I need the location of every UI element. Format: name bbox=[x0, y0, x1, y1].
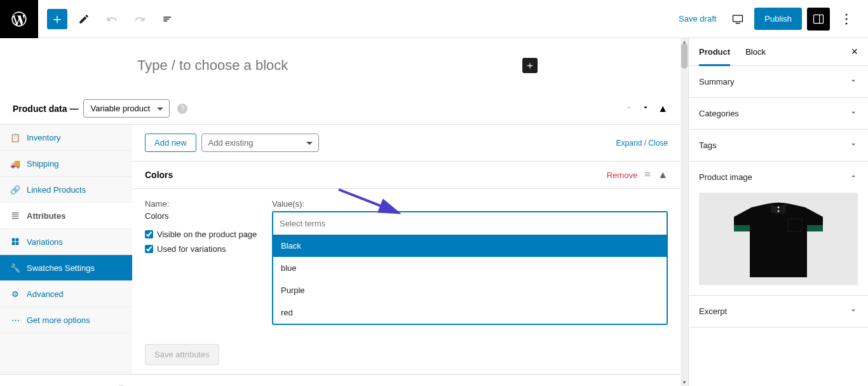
used-variations-checkbox-row[interactable]: Used for variations bbox=[145, 244, 259, 254]
tab-swatches-settings[interactable]: 🔧 Swatches Settings bbox=[0, 255, 132, 281]
product-image[interactable] bbox=[699, 193, 858, 285]
tab-get-more[interactable]: ⋯ Get more options bbox=[0, 307, 132, 333]
tab-inventory[interactable]: 📋 Inventory bbox=[0, 125, 132, 151]
settings-toggle-button[interactable] bbox=[807, 8, 830, 31]
chevron-down-icon bbox=[849, 306, 858, 317]
redo-button[interactable] bbox=[128, 8, 151, 31]
variations-icon bbox=[10, 237, 20, 247]
visible-checkbox[interactable] bbox=[145, 230, 153, 238]
outline-button[interactable] bbox=[156, 8, 179, 31]
move-up-icon[interactable]: ▲ bbox=[658, 103, 668, 114]
swatches-icon: 🔧 bbox=[10, 263, 20, 273]
svg-point-13 bbox=[778, 210, 780, 212]
used-variations-checkbox[interactable] bbox=[145, 245, 153, 253]
svg-rect-10 bbox=[16, 242, 19, 245]
panel-product-image[interactable]: Product image bbox=[689, 162, 868, 193]
save-draft-button[interactable]: Save draft bbox=[674, 9, 721, 29]
add-block-button[interactable]: ＋ bbox=[47, 9, 67, 29]
collapse-up-icon[interactable] bbox=[625, 103, 634, 114]
tab-attributes[interactable]: Attributes bbox=[0, 203, 132, 229]
svg-rect-8 bbox=[16, 238, 19, 242]
values-search-input[interactable] bbox=[273, 212, 667, 235]
svg-point-5 bbox=[846, 18, 848, 20]
edit-tool-button[interactable] bbox=[72, 8, 95, 31]
remove-attribute-link[interactable]: Remove bbox=[607, 170, 637, 180]
panel-excerpt[interactable]: Excerpt bbox=[689, 295, 868, 327]
more-menu-button[interactable] bbox=[835, 8, 858, 31]
gear-icon: ⚙ bbox=[10, 289, 20, 299]
dropdown-option[interactable]: blue bbox=[273, 257, 667, 279]
product-type-select[interactable]: Variable product bbox=[83, 99, 170, 118]
sidebar-tab-product[interactable]: Product bbox=[699, 38, 730, 65]
panel-summary[interactable]: Summary bbox=[689, 66, 868, 98]
sidebar-tab-block[interactable]: Block bbox=[745, 38, 766, 65]
chevron-down-icon bbox=[849, 140, 858, 151]
more-icon: ⋯ bbox=[10, 315, 20, 325]
add-existing-select[interactable]: Add existing bbox=[201, 134, 319, 152]
attribute-name-value: Colors bbox=[145, 211, 259, 221]
collapse-down-icon[interactable] bbox=[641, 103, 650, 114]
values-select-box[interactable]: Black blue Purple red bbox=[272, 211, 668, 325]
expand-close-link[interactable]: Expand / Close bbox=[616, 139, 668, 148]
block-placeholder[interactable]: Type / to choose a block ＋ bbox=[0, 38, 681, 93]
scroll-down-icon[interactable]: ▼ bbox=[681, 378, 688, 386]
dropdown-option[interactable]: Black bbox=[273, 235, 667, 257]
chevron-down-icon bbox=[849, 108, 858, 119]
svg-rect-0 bbox=[733, 15, 743, 22]
close-sidebar-button[interactable]: × bbox=[851, 45, 858, 59]
link-icon: 🔗 bbox=[10, 184, 20, 195]
svg-rect-7 bbox=[12, 238, 15, 242]
dropdown-option[interactable]: Purple bbox=[273, 279, 667, 301]
tab-advanced[interactable]: ⚙ Advanced bbox=[0, 281, 132, 307]
save-attributes-button[interactable]: Save attributes bbox=[145, 344, 219, 365]
help-icon[interactable]: ? bbox=[177, 104, 187, 114]
tab-variations[interactable]: Variations bbox=[0, 229, 132, 255]
values-label: Value(s): bbox=[272, 199, 668, 209]
values-dropdown: Black blue Purple red bbox=[273, 235, 667, 324]
svg-point-12 bbox=[778, 206, 780, 208]
panel-categories[interactable]: Categories bbox=[689, 98, 868, 130]
product-data-label: Product data — bbox=[13, 104, 78, 114]
sort-handle-icon[interactable] bbox=[644, 169, 651, 181]
scrollbar[interactable]: ▲ ▼ bbox=[681, 38, 688, 386]
svg-point-6 bbox=[846, 22, 848, 24]
collapse-attribute-icon[interactable]: ▲ bbox=[658, 169, 668, 181]
attribute-section-title: Colors bbox=[145, 170, 173, 180]
undo-button[interactable] bbox=[100, 8, 123, 31]
tab-linked-products[interactable]: 🔗 Linked Products bbox=[0, 177, 132, 203]
tab-shipping[interactable]: 🚚 Shipping bbox=[0, 151, 132, 177]
visible-checkbox-row[interactable]: Visible on the product page bbox=[145, 230, 259, 239]
inventory-icon: 📋 bbox=[10, 132, 20, 142]
attributes-icon bbox=[10, 210, 20, 221]
add-new-button[interactable]: Add new bbox=[145, 134, 196, 152]
panel-tags[interactable]: Tags bbox=[689, 130, 868, 162]
preview-button[interactable] bbox=[726, 8, 749, 31]
dropdown-option[interactable]: red bbox=[273, 301, 667, 324]
inline-add-block-button[interactable]: ＋ bbox=[522, 58, 538, 73]
svg-point-4 bbox=[846, 13, 848, 15]
chevron-up-icon bbox=[849, 172, 858, 183]
scrollbar-thumb[interactable] bbox=[681, 43, 688, 69]
wordpress-logo[interactable] bbox=[0, 0, 38, 38]
svg-rect-9 bbox=[12, 242, 15, 245]
chevron-down-icon bbox=[849, 76, 858, 87]
publish-button[interactable]: Publish bbox=[754, 8, 802, 30]
name-label: Name: bbox=[145, 199, 259, 209]
svg-rect-2 bbox=[814, 15, 824, 23]
shipping-icon: 🚚 bbox=[10, 158, 20, 169]
